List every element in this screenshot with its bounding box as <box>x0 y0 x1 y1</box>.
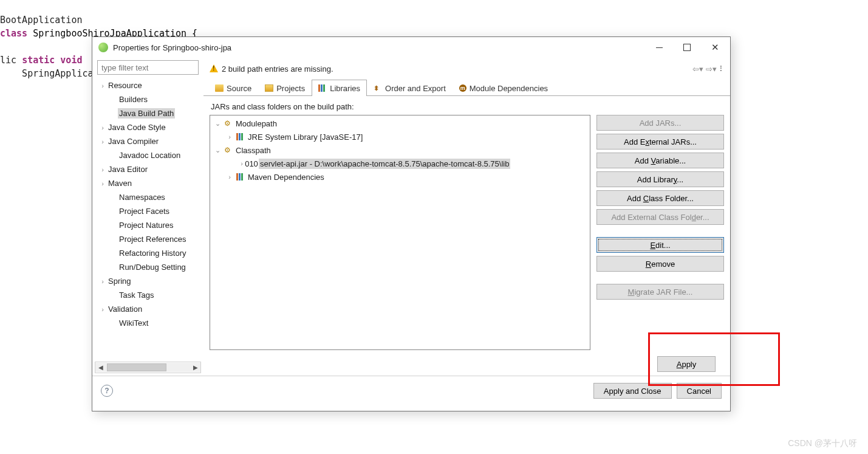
expand-caret-icon: › <box>98 306 107 313</box>
sidebar-item-java-compiler[interactable]: ›Java Compiler <box>95 134 203 148</box>
tabs: Source Projects Libraries ⬍Order and Exp… <box>203 80 730 96</box>
add-jars-button[interactable]: Add JARs... <box>596 115 724 131</box>
sidebar-item-java-editor[interactable]: ›Java Editor <box>95 162 203 176</box>
sidebar-item-label: Project Facets <box>118 206 171 216</box>
expand-caret-icon: › <box>98 278 107 285</box>
view-menu-icon[interactable]: ⠇ <box>719 64 725 74</box>
sidebar-item-label: Project Natures <box>118 220 175 230</box>
tab-order-export[interactable]: ⬍Order and Export <box>367 80 453 96</box>
nav-toolbar: ⇦▾ ⇨▾ ⠇ <box>692 64 725 74</box>
sidebar-item-builders[interactable]: Builders <box>95 92 203 106</box>
tab-libraries[interactable]: Libraries <box>312 80 367 96</box>
sidebar-item-label: Maven <box>107 178 133 188</box>
category-tree[interactable]: ›ResourceBuildersJava Build Path›Java Co… <box>92 78 203 362</box>
sidebar-item-validation[interactable]: ›Validation <box>95 302 203 316</box>
remove-button[interactable]: Remove <box>596 256 724 272</box>
apply-button[interactable]: Apply <box>657 356 716 372</box>
close-button[interactable]: ✕ <box>701 38 729 57</box>
warning-icon <box>210 64 218 73</box>
sidebar-item-label: Java Editor <box>107 164 149 174</box>
sidebar-scrollbar[interactable]: ◀ ▶ <box>95 362 201 373</box>
minimize-button[interactable] <box>645 38 673 57</box>
add-library-button[interactable]: Add Library... <box>596 171 724 187</box>
tab-module-deps[interactable]: mModule Dependencies <box>453 80 555 96</box>
node-modulepath[interactable]: ⌄⚙Modulepath <box>211 117 589 130</box>
warning-message: 2 build path entries are missing. <box>222 64 333 74</box>
sidebar-item-label: Javadoc Location <box>118 150 182 160</box>
node-servlet-jar[interactable]: ›010servlet-api.jar - D:\work\apache-tom… <box>211 157 589 170</box>
apply-and-close-button[interactable]: Apply and Close <box>593 383 672 399</box>
expand-caret-icon: › <box>98 180 107 187</box>
sidebar-item-label: Run/Debug Setting <box>118 262 187 272</box>
back-button[interactable]: ⇦▾ <box>692 64 703 74</box>
sidebar-item-label: Validation <box>107 304 143 314</box>
sidebar-item-label: Java Build Path <box>118 108 175 119</box>
forward-button[interactable]: ⇨▾ <box>706 64 717 74</box>
tab-projects[interactable]: Projects <box>258 80 312 96</box>
scroll-left-icon[interactable]: ◀ <box>95 363 106 372</box>
scroll-thumb[interactable] <box>107 363 166 371</box>
sidebar-item-label: Java Compiler <box>107 136 160 146</box>
add-variable-button[interactable]: Add Variable... <box>596 153 724 168</box>
watermark: CSDN @茅十八呀 <box>788 438 857 449</box>
add-class-folder-button[interactable]: Add Class Folder... <box>596 190 724 206</box>
expand-caret-icon: › <box>98 166 107 173</box>
tab-source[interactable]: Source <box>208 80 258 96</box>
sidebar-item-refactoring-history[interactable]: Refactoring History <box>95 246 203 260</box>
dialog-title: Properties for Springboo-shiro-jpa <box>113 43 645 52</box>
expand-caret-icon: › <box>98 138 107 145</box>
sidebar-item-label: Refactoring History <box>118 248 188 258</box>
sidebar-item-java-build-path[interactable]: Java Build Path <box>95 106 203 120</box>
add-external-jars-button[interactable]: Add External JARs... <box>596 134 724 150</box>
sidebar-item-project-natures[interactable]: Project Natures <box>95 218 203 232</box>
filter-input[interactable] <box>97 60 199 75</box>
sidebar-item-project-facets[interactable]: Project Facets <box>95 204 203 218</box>
sidebar-item-task-tags[interactable]: Task Tags <box>95 288 203 302</box>
node-jre[interactable]: ›JRE System Library [JavaSE-17] <box>211 130 589 143</box>
sidebar-item-wikitext[interactable]: WikiText <box>95 316 203 330</box>
node-maven-deps[interactable]: ›Maven Dependencies <box>211 170 589 184</box>
sidebar-item-label: Builders <box>118 94 149 105</box>
sidebar-item-label: Resource <box>107 80 143 91</box>
properties-dialog: Properties for Springboo-shiro-jpa ✕ ›Re… <box>92 36 731 411</box>
list-label: JARs and class folders on the build path… <box>211 102 724 111</box>
sidebar-item-java-code-style[interactable]: ›Java Code Style <box>95 120 203 134</box>
sidebar-item-label: Task Tags <box>118 290 155 300</box>
sidebar: ›ResourceBuildersJava Build Path›Java Co… <box>92 58 203 376</box>
help-icon[interactable]: ? <box>101 385 113 397</box>
sidebar-item-spring[interactable]: ›Spring <box>95 274 203 288</box>
expand-caret-icon: › <box>98 124 107 131</box>
build-path-list[interactable]: ⌄⚙Modulepath ›JRE System Library [JavaSE… <box>210 115 590 350</box>
app-icon <box>98 43 108 52</box>
sidebar-item-maven[interactable]: ›Maven <box>95 176 203 190</box>
sidebar-item-label: WikiText <box>118 318 149 328</box>
sidebar-item-run-debug-setting[interactable]: Run/Debug Setting <box>95 260 203 274</box>
migrate-jar-button[interactable]: Migrate JAR File... <box>596 284 724 300</box>
sidebar-item-label: Spring <box>107 276 132 286</box>
expand-caret-icon: › <box>98 82 107 89</box>
sidebar-item-resource[interactable]: ›Resource <box>95 78 203 92</box>
add-external-class-folder-button[interactable]: Add External Class Folder... <box>596 209 724 225</box>
sidebar-item-project-references[interactable]: Project References <box>95 232 203 246</box>
sidebar-item-javadoc-location[interactable]: Javadoc Location <box>95 148 203 162</box>
scroll-right-icon[interactable]: ▶ <box>190 363 200 372</box>
titlebar[interactable]: Properties for Springboo-shiro-jpa ✕ <box>92 37 730 58</box>
sidebar-item-label: Java Code Style <box>107 122 167 132</box>
edit-button[interactable]: Edit... <box>596 237 724 253</box>
cancel-button[interactable]: Cancel <box>677 383 722 399</box>
sidebar-item-namespaces[interactable]: Namespaces <box>95 190 203 204</box>
sidebar-item-label: Namespaces <box>118 192 166 202</box>
node-classpath[interactable]: ⌄⚙Classpath <box>211 143 589 157</box>
sidebar-item-label: Project References <box>118 234 188 244</box>
maximize-button[interactable] <box>673 38 701 57</box>
